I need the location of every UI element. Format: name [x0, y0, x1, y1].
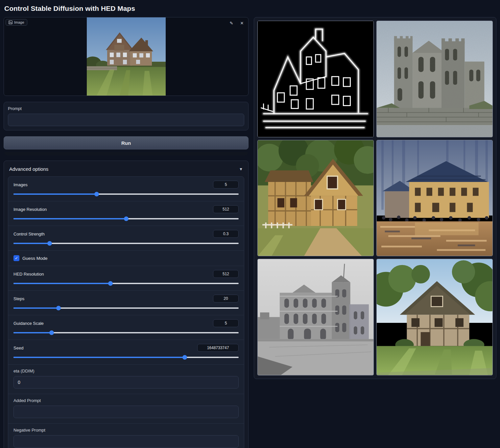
eta-input[interactable] [13, 376, 239, 389]
image-input-label: Image [6, 19, 27, 26]
slider-seed-label: Seed [13, 346, 23, 350]
slider-guidance-scale-label: Guidance Scale [13, 321, 44, 326]
slider-control-strength-value[interactable]: 0.3 [213, 230, 239, 238]
slider-control-strength: Control Strength 0.3 [8, 226, 244, 250]
slider-hed-resolution-thumb[interactable] [108, 281, 113, 286]
house-trees-image [377, 259, 492, 375]
wooden-house-image [258, 140, 373, 256]
added-prompt-label: Added Prompt [13, 398, 239, 403]
slider-guidance-scale-track[interactable] [13, 330, 239, 335]
negative-prompt-input[interactable] [13, 435, 239, 448]
slider-hed-resolution: HED Resolution 512 [8, 266, 244, 290]
controls-column: Image ✎ ✕ [4, 17, 249, 448]
slider-guidance-scale-thumb[interactable] [49, 330, 54, 335]
slider-guidance-scale-value[interactable]: 5 [213, 319, 239, 327]
negative-prompt-row: Negative Prompt [8, 423, 244, 448]
slider-steps-track[interactable] [13, 306, 239, 310]
image-input-label-text: Image [14, 20, 24, 24]
run-button[interactable]: Run [4, 136, 249, 149]
guess-mode-checkbox[interactable]: ✓ [13, 255, 19, 261]
gallery-item-painterly[interactable] [376, 140, 493, 257]
advanced-options-header[interactable]: Advanced options ▼ [8, 165, 244, 176]
uploaded-house-photo [87, 17, 166, 96]
advanced-options-title: Advanced options [9, 166, 48, 172]
slider-image-resolution-label: Image Resolution [13, 207, 47, 212]
slider-seed-track[interactable] [13, 355, 239, 360]
image-icon [9, 20, 12, 24]
slider-control-strength-thumb[interactable] [47, 241, 52, 246]
slider-hed-resolution-track[interactable] [13, 281, 239, 286]
hed-map-image [258, 21, 373, 137]
cathedral-image [377, 21, 492, 137]
slider-seed: Seed 1648733747 [8, 340, 244, 364]
gallery-item-hed-map[interactable] [257, 21, 374, 137]
output-gallery [254, 17, 496, 379]
slider-images: Images 5 [8, 177, 244, 201]
progress-strip [4, 152, 248, 155]
slider-steps-label: Steps [13, 296, 24, 301]
guess-mode-row[interactable]: ✓ Guess Mode [8, 250, 244, 266]
gallery-item-wooden-house[interactable] [257, 140, 374, 257]
advanced-options-panel: Advanced options ▼ Images 5 [4, 161, 249, 448]
slider-control-strength-track[interactable] [13, 241, 239, 246]
slider-images-track[interactable] [13, 192, 239, 196]
slider-steps-value[interactable]: 20 [213, 295, 239, 302]
slider-hed-resolution-value[interactable]: 512 [213, 270, 239, 278]
prompt-panel: Prompt [4, 102, 249, 130]
added-prompt-row: Added Prompt [8, 394, 244, 423]
added-prompt-input[interactable] [13, 406, 239, 418]
guess-mode-label: Guess Mode [22, 256, 48, 261]
advanced-options-form: Images 5 Image Resolution 512 [8, 176, 244, 448]
close-icon: ✕ [240, 21, 244, 26]
slider-image-resolution: Image Resolution 512 [8, 201, 244, 226]
gallery-item-cathedral[interactable] [376, 21, 493, 137]
slider-steps: Steps 20 [8, 290, 244, 315]
clear-image-button[interactable]: ✕ [238, 19, 246, 27]
slider-image-resolution-value[interactable]: 512 [213, 205, 239, 213]
slider-control-strength-label: Control Strength [13, 232, 45, 236]
slider-seed-thumb[interactable] [182, 355, 187, 360]
uploaded-image[interactable] [4, 17, 248, 96]
page-title: Control Stable Diffusion with HED Maps [4, 5, 496, 12]
negative-prompt-label: Negative Prompt [13, 428, 239, 433]
prompt-input[interactable] [8, 114, 244, 126]
edit-image-button[interactable]: ✎ [228, 19, 235, 27]
slider-steps-thumb[interactable] [56, 306, 61, 310]
slider-guidance-scale: Guidance Scale 5 [8, 315, 244, 340]
app: Control Stable Diffusion with HED Maps I… [0, 0, 500, 448]
grayscale-building-image [258, 259, 373, 375]
slider-images-thumb[interactable] [94, 192, 99, 196]
painterly-image [377, 140, 492, 256]
image-input-panel[interactable]: Image ✎ ✕ [4, 17, 249, 96]
chevron-down-icon: ▼ [239, 167, 243, 171]
check-icon: ✓ [15, 256, 18, 260]
eta-row: eta (DDIM) [8, 364, 244, 394]
slider-image-resolution-track[interactable] [13, 216, 239, 221]
eta-label: eta (DDIM) [13, 369, 239, 373]
slider-images-label: Images [13, 182, 28, 187]
slider-image-resolution-thumb[interactable] [124, 216, 129, 221]
slider-images-value[interactable]: 5 [213, 181, 239, 189]
slider-hed-resolution-label: HED Resolution [13, 272, 44, 277]
pencil-icon: ✎ [230, 21, 233, 26]
slider-seed-value[interactable]: 1648733747 [197, 344, 239, 352]
gallery-item-grayscale-building[interactable] [257, 259, 374, 375]
prompt-label: Prompt [8, 106, 244, 111]
gallery-item-house-trees[interactable] [376, 259, 493, 375]
